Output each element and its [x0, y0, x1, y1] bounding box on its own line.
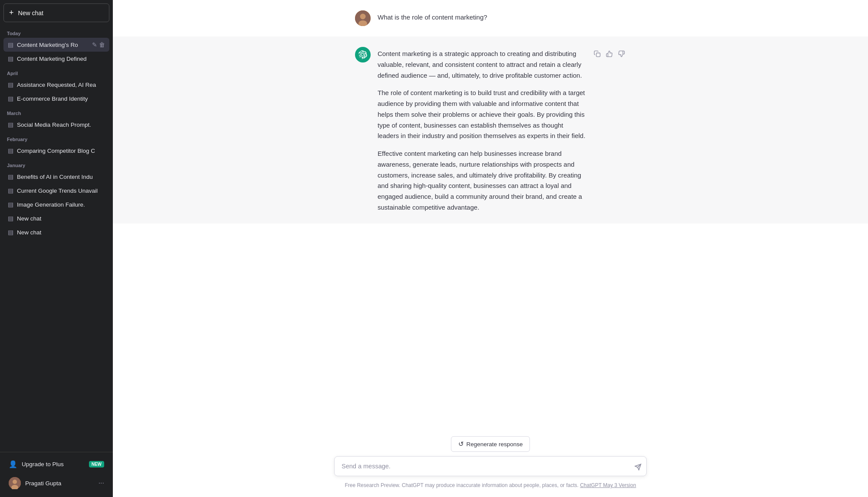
trash-icon[interactable]: 🗑 [99, 41, 105, 48]
disclaimer-main: Free Research Preview. ChatGPT may produ… [345, 482, 579, 488]
chat-bubble-icon: ▤ [8, 201, 13, 208]
openai-logo [358, 50, 367, 59]
thumbs-down-icon [618, 50, 625, 57]
new-badge: NEW [89, 461, 104, 467]
send-button[interactable] [635, 464, 641, 473]
chat-item-label: Benefits of AI in Content Indu [17, 174, 105, 180]
chat-history-list: Today ▤ Content Marketing's Ro ✎ 🗑 ▤ Con… [0, 26, 113, 452]
thumbs-up-icon [606, 50, 613, 57]
new-chat-label: New chat [18, 10, 43, 16]
chat-item-label: Current Google Trends Unavail [17, 188, 105, 194]
assistant-message-actions [593, 49, 626, 60]
more-options-icon[interactable]: ··· [99, 479, 104, 487]
disclaimer-link[interactable]: ChatGPT May 3 Version [580, 482, 636, 488]
send-icon [635, 464, 641, 471]
assistant-paragraph-2: The role of content marketing is to buil… [378, 88, 586, 142]
regenerate-label: Regenerate response [467, 441, 523, 448]
sidebar-item-new-chat-1[interactable]: ▤ New chat [3, 211, 109, 225]
sidebar-item-content-marketing-ro[interactable]: ▤ Content Marketing's Ro ✎ 🗑 [3, 38, 109, 52]
assistant-message-block: Content marketing is a strategic approac… [113, 36, 868, 224]
chat-bubble-icon: ▤ [8, 187, 13, 194]
chat-item-label: New chat [17, 215, 105, 222]
user-message-content: What is the role of content marketing? [378, 10, 626, 23]
sidebar-item-image-generation[interactable]: ▤ Image Generation Failure. [3, 197, 109, 211]
assistant-paragraph-3: Effective content marketing can help bus… [378, 148, 586, 213]
chat-item-label: Content Marketing Defined [17, 56, 105, 62]
chat-item-label: E-commerce Brand Identity [17, 95, 105, 102]
section-march: March [3, 105, 109, 118]
sidebar-item-assistance-requested[interactable]: ▤ Assistance Requested, AI Rea [3, 78, 109, 92]
chat-item-label: Social Media Reach Prompt. [17, 122, 105, 128]
chat-item-label: Assistance Requested, AI Rea [17, 82, 105, 88]
sidebar-item-comparing-competitor[interactable]: ▤ Comparing Competitor Blog C [3, 144, 109, 158]
section-january: January [3, 158, 109, 170]
message-input-wrapper [334, 456, 647, 478]
assistant-message-inner: Content marketing is a strategic approac… [334, 47, 647, 213]
chat-bubble-icon: ▤ [8, 173, 13, 180]
sidebar-item-google-trends[interactable]: ▤ Current Google Trends Unavail [3, 184, 109, 197]
copy-icon [594, 50, 601, 57]
assistant-message-content: Content marketing is a strategic approac… [378, 47, 586, 213]
section-april: April [3, 66, 109, 78]
user-avatar [9, 477, 21, 489]
pencil-icon[interactable]: ✎ [92, 41, 97, 48]
chat-item-label: Content Marketing's Ro [17, 42, 89, 48]
thumbs-down-button[interactable] [617, 49, 626, 60]
sidebar-item-content-marketing-defined[interactable]: ▤ Content Marketing Defined [3, 52, 109, 66]
section-today: Today [3, 26, 109, 38]
user-profile-row[interactable]: Pragati Gupta ··· [3, 473, 109, 494]
regen-icon: ↺ [458, 440, 464, 448]
chat-bubble-icon: ▤ [8, 147, 13, 154]
sidebar-item-ecommerce-brand[interactable]: ▤ E-commerce Brand Identity [3, 92, 109, 105]
sidebar-item-benefits-ai[interactable]: ▤ Benefits of AI in Content Indu [3, 170, 109, 184]
chat-item-label: New chat [17, 229, 105, 236]
sidebar-item-social-media[interactable]: ▤ Social Media Reach Prompt. [3, 118, 109, 132]
chat-item-actions: ✎ 🗑 [92, 41, 105, 48]
chat-item-label: Comparing Competitor Blog C [17, 148, 105, 154]
message-input[interactable] [334, 456, 647, 476]
avatar-image [9, 477, 21, 489]
svg-point-4 [360, 14, 366, 20]
sidebar-bottom: 👤 Upgrade to Plus NEW Pragati Gupta ··· [0, 452, 113, 497]
sidebar: + New chat Today ▤ Content Marketing's R… [0, 0, 113, 497]
gpt-avatar [355, 47, 371, 63]
chat-bubble-icon: ▤ [8, 121, 13, 128]
thumbs-up-button[interactable] [605, 49, 614, 60]
chat-item-label: Image Generation Failure. [17, 201, 105, 208]
svg-point-1 [13, 480, 17, 484]
chat-bubble-icon: ▤ [8, 55, 13, 62]
upgrade-label: Upgrade to Plus [22, 461, 64, 467]
user-question-text: What is the role of content marketing? [378, 12, 626, 23]
user-message-inner: What is the role of content marketing? [334, 10, 647, 26]
user-chat-avatar [355, 10, 371, 26]
copy-button[interactable] [593, 49, 602, 60]
chat-bubble-icon: ▤ [8, 95, 13, 102]
chat-messages: What is the role of content marketing? C… [113, 0, 868, 431]
assistant-paragraph-1: Content marketing is a strategic approac… [378, 49, 586, 81]
sidebar-item-new-chat-2[interactable]: ▤ New chat [3, 225, 109, 239]
chat-bubble-icon: ▤ [8, 215, 13, 222]
input-area: ↺ Regenerate response Free Research Prev… [113, 431, 868, 497]
section-february: February [3, 132, 109, 144]
chat-bubble-icon: ▤ [8, 229, 13, 236]
main-content: What is the role of content marketing? C… [113, 0, 868, 497]
regenerate-button[interactable]: ↺ Regenerate response [451, 436, 530, 452]
chat-bubble-icon: ▤ [8, 81, 13, 88]
disclaimer-text: Free Research Preview. ChatGPT may produ… [345, 482, 636, 488]
new-chat-button[interactable]: + New chat [3, 3, 109, 22]
user-message-block: What is the role of content marketing? [113, 0, 868, 36]
person-icon: 👤 [9, 460, 17, 468]
upgrade-to-plus-button[interactable]: 👤 Upgrade to Plus NEW [3, 456, 109, 473]
user-name: Pragati Gupta [25, 480, 61, 487]
chat-bubble-icon: ▤ [8, 41, 13, 48]
svg-rect-6 [596, 53, 600, 57]
plus-icon: + [9, 8, 14, 17]
